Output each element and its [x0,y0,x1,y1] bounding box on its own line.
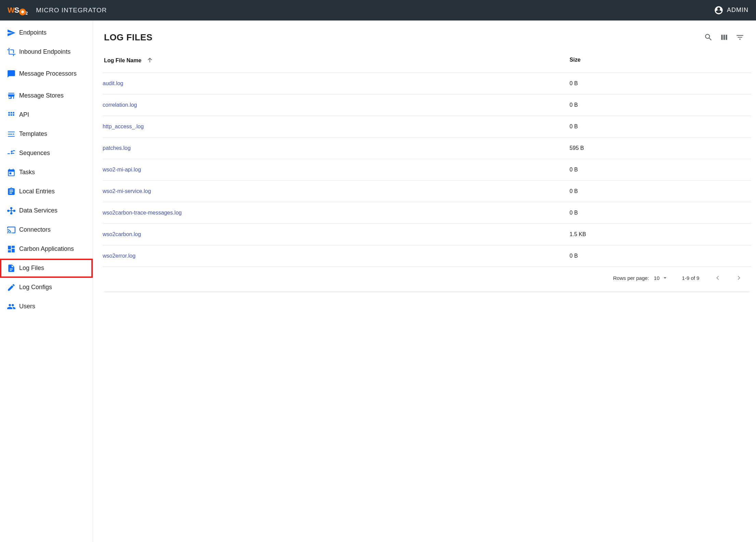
sidebar-item-data-services[interactable]: Data Services [0,201,93,220]
sequence-icon [3,149,19,158]
log-file-size: 0 B [570,73,751,94]
template-icon [3,130,19,139]
filter-button[interactable] [732,29,748,45]
sidebar-item-label: Sequences [19,150,89,157]
table-row: wso2error.log0 B [103,245,751,267]
table-pagination: Rows per page: 10 1-9 of 9 [103,267,751,292]
table-row: wso2carbon.log1.5 KB [103,224,751,245]
page-title: LOG FILES [104,32,153,43]
prev-page-button[interactable] [713,273,722,283]
next-page-button[interactable] [734,273,744,283]
hub-icon [3,206,19,215]
rows-per-page-label: Rows per page: [613,275,649,281]
table-row: http_access_.log0 B [103,116,751,138]
pencil-icon [3,283,19,292]
sidebar-item-sequences[interactable]: Sequences [0,144,93,163]
sidebar-item-label: Log Files [19,264,89,272]
app-header: WS✱2 MICRO INTEGRATOR ADMIN [0,0,756,21]
sidebar-item-inbound-endpoints[interactable]: Inbound Endpoints [0,42,93,62]
column-header-name[interactable]: Log File Name [103,51,570,73]
sidebar-item-label: API [19,111,89,119]
wso2-logo: WS✱2 [8,6,28,15]
sidebar-item-label: Users [19,303,89,310]
sidebar-item-connectors[interactable]: Connectors [0,220,93,240]
view-columns-button[interactable] [716,29,732,45]
sidebar-item-log-configs[interactable]: Log Configs [0,278,93,297]
sidebar-item-users[interactable]: Users [0,297,93,316]
send-icon [3,28,19,37]
message-icon [3,69,19,78]
log-file-link[interactable]: correlation.log [103,102,137,108]
sidebar: EndpointsInbound EndpointsMessage Proces… [0,21,93,542]
sidebar-item-carbon-applications[interactable]: Carbon Applications [0,240,93,259]
app-title: MICRO INTEGRATOR [36,7,107,14]
log-file-link[interactable]: audit.log [103,80,123,86]
clipboard-icon [3,187,19,196]
search-button[interactable] [701,29,716,45]
sidebar-item-label: Inbound Endpoints [19,48,89,56]
log-file-size: 595 B [570,138,751,159]
sidebar-item-log-files[interactable]: Log Files [0,259,93,278]
dashboard-icon [3,245,19,254]
sort-asc-icon [146,57,154,63]
sidebar-item-api[interactable]: API [0,105,93,125]
crop-icon [3,48,19,56]
columns-icon [720,33,729,42]
table-row: audit.log0 B [103,73,751,94]
log-file-link[interactable]: wso2error.log [103,253,135,259]
log-file-size: 0 B [570,116,751,138]
sidebar-item-label: Message Stores [19,92,89,100]
dropdown-icon [662,274,668,281]
log-files-table: Log File Name Size audit.log0 Bcorrelati… [103,51,751,267]
calendar-icon [3,168,19,177]
sidebar-item-label: Endpoints [19,29,89,37]
table-row: wso2-mi-api.log0 B [103,159,751,181]
main-content: LOG FILES Log File Name [93,21,756,542]
log-file-link[interactable]: wso2carbon.log [103,231,141,237]
account-circle-icon [714,5,724,15]
table-toolbar: LOG FILES [103,29,751,51]
grid-icon [3,111,19,119]
sidebar-item-label: Data Services [19,207,89,215]
sidebar-item-message-stores[interactable]: Message Stores [0,86,93,105]
sidebar-item-endpoints[interactable]: Endpoints [0,23,93,42]
sidebar-item-label: Carbon Applications [19,245,89,253]
people-icon [3,302,19,311]
log-file-size: 0 B [570,181,751,202]
table-row: correlation.log0 B [103,94,751,116]
chevron-left-icon [714,274,722,282]
log-file-link[interactable]: wso2carbon-trace-messages.log [103,210,182,216]
file-icon [3,264,19,273]
sidebar-item-label: Tasks [19,169,89,176]
sidebar-item-label: Message Processors [19,70,89,78]
pagination-range: 1-9 of 9 [679,275,703,281]
sidebar-item-templates[interactable]: Templates [0,125,93,144]
sidebar-item-local-entries[interactable]: Local Entries [0,182,93,201]
log-file-size: 0 B [570,94,751,116]
table-row: patches.log595 B [103,138,751,159]
sidebar-item-message-processors[interactable]: Message Processors [0,62,93,86]
sidebar-item-label: Local Entries [19,188,89,195]
sidebar-item-label: Templates [19,130,89,138]
log-file-link[interactable]: wso2-mi-service.log [103,188,151,194]
log-file-size: 0 B [570,159,751,181]
table-row: wso2-mi-service.log0 B [103,181,751,202]
table-row: wso2carbon-trace-messages.log0 B [103,202,751,224]
log-file-size: 0 B [570,202,751,224]
rows-per-page-select[interactable]: 10 [654,274,668,281]
user-label: ADMIN [727,7,748,14]
column-header-size[interactable]: Size [570,51,751,73]
log-file-link[interactable]: wso2-mi-api.log [103,167,141,172]
search-icon [704,33,713,42]
log-file-size: 0 B [570,245,751,267]
sidebar-item-tasks[interactable]: Tasks [0,163,93,182]
store-icon [3,91,19,100]
sidebar-item-label: Connectors [19,226,89,234]
chevron-right-icon [735,274,743,282]
log-file-size: 1.5 KB [570,224,751,245]
log-file-link[interactable]: patches.log [103,145,131,151]
cast-icon [3,225,19,234]
log-file-link[interactable]: http_access_.log [103,124,144,129]
user-menu[interactable]: ADMIN [714,5,748,15]
filter-list-icon [735,33,744,42]
